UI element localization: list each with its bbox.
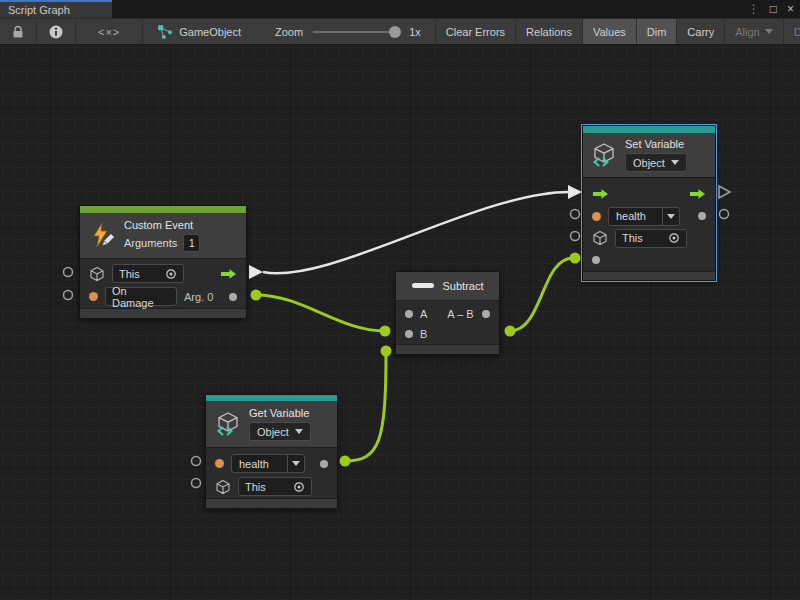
value-port-icon[interactable] (320, 460, 328, 468)
value-wire-getvar-to-b[interactable] (345, 351, 386, 461)
dim-button[interactable]: Dim (637, 19, 678, 44)
node-header: Get Variable Object (206, 401, 337, 448)
gameobject-cube-icon (215, 479, 231, 495)
values-button[interactable]: Values (583, 19, 637, 44)
string-port-icon[interactable] (89, 292, 98, 301)
script-graph-window: Script Graph ⋮ □ × <×> GameObject Zoom 1… (0, 0, 800, 600)
variable-scope-dropdown[interactable]: Object (249, 422, 311, 441)
value-wire-arg-to-a[interactable] (256, 295, 385, 331)
target-field[interactable]: This (112, 264, 184, 283)
carry-button[interactable]: Carry (677, 19, 725, 44)
zoom-slider[interactable] (313, 31, 399, 33)
target-value: This (245, 481, 289, 493)
node-title: Custom Event (124, 219, 200, 231)
arguments-input[interactable]: 1 (183, 234, 200, 252)
value-port-icon[interactable] (229, 293, 237, 301)
zoom-slider-handle[interactable] (389, 26, 401, 38)
node-subtract[interactable]: Subtract A A – B B (395, 271, 500, 355)
flow-wire[interactable] (263, 192, 569, 273)
flow-output-arrow-icon[interactable] (689, 188, 706, 200)
dropdown-arrow-button[interactable] (287, 455, 304, 472)
external-port[interactable] (64, 291, 73, 300)
variable-icon (591, 142, 617, 168)
flow-input-arrow-icon[interactable] (592, 188, 609, 200)
external-port[interactable] (192, 457, 201, 466)
wire-endpoint[interactable] (340, 456, 351, 467)
external-port[interactable] (192, 479, 201, 488)
dropdown-arrow-button[interactable] (662, 208, 679, 225)
node-footer (396, 344, 499, 354)
event-name-field[interactable]: On Damage (105, 287, 177, 306)
string-port-icon[interactable] (592, 212, 601, 221)
variable-name-dropdown[interactable]: health (608, 207, 680, 226)
flow-wire-end-arrow[interactable] (568, 185, 582, 199)
value-port-icon[interactable] (698, 212, 706, 220)
external-port[interactable] (64, 268, 73, 277)
value-port-icon[interactable] (405, 310, 413, 318)
flow-wire-start-arrow[interactable] (249, 265, 263, 279)
clear-errors-button[interactable]: Clear Errors (436, 19, 516, 44)
graph-canvas[interactable]: Custom Event Arguments 1 This (0, 45, 800, 600)
caret-down-icon (667, 214, 675, 219)
event-accent-bar (80, 206, 246, 213)
button-label: Dim (647, 26, 667, 38)
info-icon (49, 25, 63, 39)
flow-output-arrow-icon[interactable] (220, 268, 237, 280)
info-button[interactable] (37, 19, 76, 44)
port-row-name: health (206, 452, 337, 475)
value-port-icon[interactable] (482, 310, 490, 318)
wire-endpoint[interactable] (570, 253, 581, 264)
port-row-target: This (80, 262, 246, 285)
string-port-icon[interactable] (215, 459, 224, 468)
window-menu-icon[interactable]: ⋮ (748, 3, 760, 15)
tab-script-graph[interactable]: Script Graph (0, 0, 112, 18)
wire-endpoint[interactable] (505, 326, 516, 337)
output-label: A – B (447, 308, 473, 320)
object-picker-icon[interactable] (165, 268, 177, 280)
external-port[interactable] (571, 210, 580, 219)
variable-name-value: health (609, 210, 662, 222)
relations-button[interactable]: Relations (516, 19, 583, 44)
node-set-variable[interactable]: Set Variable Object health (582, 125, 716, 281)
graph-target[interactable]: GameObject (143, 19, 251, 44)
node-title: Set Variable (625, 138, 687, 150)
distribute-button[interactable]: Distribute (784, 19, 800, 44)
tab-strip: Script Graph ⋮ □ × (0, 0, 800, 18)
input-a-label: A (420, 308, 427, 320)
align-button[interactable]: Align (725, 19, 783, 44)
node-header: Custom Event Arguments 1 (80, 213, 246, 259)
code-icon: <×> (98, 26, 120, 38)
node-custom-event[interactable]: Custom Event Arguments 1 This (79, 205, 247, 319)
variable-scope-dropdown[interactable]: Object (625, 153, 687, 172)
wire-endpoint[interactable] (380, 326, 391, 337)
node-get-variable[interactable]: Get Variable Object health (205, 394, 338, 509)
value-port-icon[interactable] (405, 330, 413, 338)
port-row-event: On Damage Arg. 0 (80, 285, 246, 308)
target-value: This (622, 232, 664, 244)
arguments-label: Arguments (124, 237, 177, 249)
scope-value: Object (257, 426, 289, 438)
edit-graph-button[interactable]: <×> (76, 19, 143, 44)
tab-title: Script Graph (8, 4, 70, 16)
value-port-icon[interactable] (592, 256, 600, 264)
gameobject-label: GameObject (179, 26, 241, 38)
object-picker-icon[interactable] (293, 481, 305, 493)
lock-button[interactable] (0, 19, 37, 44)
value-wire-subtract-to-setvar[interactable] (510, 258, 573, 331)
target-field[interactable]: This (238, 477, 312, 496)
variable-name-dropdown[interactable]: health (231, 454, 305, 473)
close-icon[interactable]: × (787, 3, 794, 15)
target-field[interactable]: This (615, 229, 687, 248)
node-header: Set Variable Object (583, 133, 715, 178)
object-picker-icon[interactable] (668, 232, 680, 244)
zoom-label: Zoom (275, 26, 303, 38)
button-label: Clear Errors (446, 26, 505, 38)
scope-value: Object (633, 157, 665, 169)
wire-endpoint[interactable] (251, 290, 262, 301)
external-flow-port[interactable] (719, 186, 730, 198)
maximize-icon[interactable]: □ (770, 3, 777, 15)
variable-accent-bar (583, 126, 715, 133)
external-port[interactable] (720, 210, 729, 219)
wire-endpoint[interactable] (381, 346, 392, 357)
external-port[interactable] (571, 232, 580, 241)
